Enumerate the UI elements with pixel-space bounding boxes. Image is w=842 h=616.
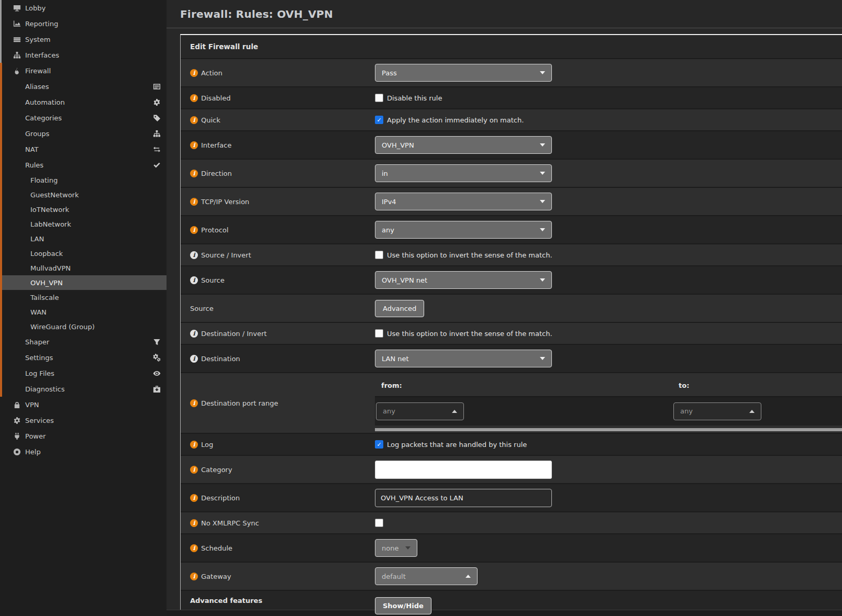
field-label: Protocol <box>201 226 228 234</box>
field-control-cell: IPv4 <box>375 188 842 215</box>
selected-option-label: Pass <box>382 69 397 77</box>
sidebar-item-interfaces[interactable]: Interfaces <box>0 47 167 63</box>
sidebar-item-power[interactable]: Power <box>0 428 167 444</box>
sidebar-item-label: Settings <box>25 354 53 362</box>
field-label: No XMLRPC Sync <box>201 519 259 527</box>
sidebar-item-lan[interactable]: LAN <box>0 231 167 246</box>
interface-select[interactable]: OVH_VPN <box>375 136 552 154</box>
field-label-cell: iQuick <box>181 109 375 130</box>
port-range-inputs: anyany <box>375 396 842 425</box>
sidebar-item-floating[interactable]: Floating <box>0 173 167 187</box>
sidebar-item-automation[interactable]: Automation <box>0 94 167 110</box>
category-input[interactable] <box>375 461 552 479</box>
field-control-cell: in <box>375 160 842 187</box>
sidebar-item-reporting[interactable]: Reporting <box>0 16 167 31</box>
field-control-cell: Disable this rule <box>375 87 842 108</box>
field-label: Disabled <box>201 94 230 102</box>
info-icon[interactable]: i <box>190 116 198 124</box>
info-icon[interactable]: i <box>190 466 198 474</box>
info-icon[interactable]: i <box>190 141 198 149</box>
sidebar-item-nat[interactable]: NAT <box>0 141 167 157</box>
info-icon[interactable]: i <box>190 573 198 580</box>
sidebar-item-tailscale[interactable]: Tailscale <box>0 290 167 305</box>
gateway-select[interactable]: default <box>375 567 478 585</box>
tcpip-version-select[interactable]: IPv4 <box>375 193 552 210</box>
field-control-cell: OVH_VPN <box>375 131 842 159</box>
sidebar-item-firewall[interactable]: Firewall <box>0 63 167 79</box>
source-select[interactable]: OVH_VPN net <box>375 271 552 289</box>
form-row-source-advanced: SourceAdvanced <box>181 294 842 322</box>
sidebar-item-iotnetwork[interactable]: IoTNetwork <box>0 202 167 217</box>
destination-select[interactable]: LAN net <box>375 350 552 367</box>
sidebar-item-categories[interactable]: Categories <box>0 110 167 126</box>
sidebar-item-wan[interactable]: WAN <box>0 305 167 319</box>
info-icon[interactable]: i <box>190 355 198 363</box>
sidebar-item-wireguard-group[interactable]: WireGuard (Group) <box>0 319 167 334</box>
log-checkbox[interactable]: ✓ <box>375 440 383 449</box>
destination-port-from-select[interactable]: any <box>376 402 464 420</box>
source-invert-checkbox[interactable] <box>375 251 383 259</box>
quick-checkbox[interactable]: ✓ <box>375 116 383 124</box>
sidebar-item-aliases[interactable]: Aliases <box>0 79 167 94</box>
schedule-select[interactable]: none <box>375 539 417 557</box>
info-icon[interactable]: i <box>190 330 198 338</box>
sidebar-item-settings[interactable]: Settings <box>0 350 167 365</box>
info-icon[interactable]: i <box>190 226 198 234</box>
sidebar-item-rules[interactable]: Rules <box>0 157 167 173</box>
field-label: Destination port range <box>201 399 278 407</box>
sidebar-item-labnetwork[interactable]: LabNetwork <box>0 217 167 231</box>
sidebar-item-guestnetwork[interactable]: GuestNetwork <box>0 187 167 202</box>
sidebar-scrollbar[interactable] <box>0 0 2 63</box>
sidebar-item-help[interactable]: Help <box>0 444 167 460</box>
info-icon[interactable]: i <box>190 198 198 206</box>
info-icon[interactable]: i <box>190 170 198 177</box>
action-select[interactable]: Pass <box>375 64 552 82</box>
sidebar-item-diagnostics[interactable]: Diagnostics <box>0 381 167 397</box>
info-icon[interactable]: i <box>190 251 198 259</box>
field-label-cell: iNo XMLRPC Sync <box>181 512 375 533</box>
caret-down-icon <box>540 278 545 282</box>
disabled-checkbox[interactable] <box>375 94 383 102</box>
field-label: Direction <box>201 170 232 177</box>
description-input[interactable] <box>375 489 552 507</box>
field-label-cell: iDirection <box>181 160 375 187</box>
sidebar-item-label: Shaper <box>25 338 49 346</box>
sidebar-item-shaper[interactable]: Shaper <box>0 334 167 350</box>
field-label: TCP/IP Version <box>201 198 249 206</box>
selected-option-label: any <box>382 226 394 234</box>
sidebar-item-groups[interactable]: Groups <box>0 126 167 141</box>
info-icon[interactable]: i <box>190 276 198 284</box>
info-icon[interactable]: i <box>190 519 198 527</box>
no-xmlrpc-sync-checkbox[interactable] <box>375 519 383 527</box>
page-title: Firewall: Rules: OVH_VPN <box>180 8 333 20</box>
sidebar-item-vpn[interactable]: VPN <box>0 397 167 412</box>
field-label: Source <box>190 305 214 312</box>
sidebar-item-mullvadvpn[interactable]: MullvadVPN <box>0 261 167 275</box>
info-icon[interactable]: i <box>190 544 198 552</box>
info-icon[interactable]: i <box>190 441 198 449</box>
selected-option-label: none <box>382 544 398 552</box>
advanced-features-button[interactable]: Show/Hide <box>375 597 431 614</box>
info-icon[interactable]: i <box>190 94 198 102</box>
field-label-cell: iCategory <box>181 456 375 483</box>
field-label-cell: iDestination port range <box>181 373 375 433</box>
sidebar-item-lobby[interactable]: Lobby <box>0 0 167 16</box>
sidebar-item-loopback[interactable]: Loopback <box>0 246 167 261</box>
info-icon[interactable]: i <box>190 399 198 407</box>
sidebar-item-label: IoTNetwork <box>30 206 69 214</box>
port-range-scrollbar[interactable] <box>375 428 842 431</box>
destination-invert-checkbox[interactable] <box>375 329 383 338</box>
form-row-action: iActionPass <box>181 58 842 86</box>
sidebar-item-system[interactable]: System <box>0 31 167 47</box>
destination-port-to-select[interactable]: any <box>673 402 761 420</box>
info-icon[interactable]: i <box>190 69 198 77</box>
direction-select[interactable]: in <box>375 164 552 182</box>
list-icon <box>13 36 21 43</box>
form-row-tcpip-version: iTCP/IP VersionIPv4 <box>181 187 842 215</box>
info-icon[interactable]: i <box>190 494 198 502</box>
sidebar-item-services[interactable]: Services <box>0 412 167 428</box>
protocol-select[interactable]: any <box>375 221 552 239</box>
sidebar-item-ovh-vpn[interactable]: OVH_VPN <box>0 275 167 290</box>
source-advanced-button[interactable]: Advanced <box>375 300 424 317</box>
sidebar-item-log-files[interactable]: Log Files <box>0 365 167 381</box>
